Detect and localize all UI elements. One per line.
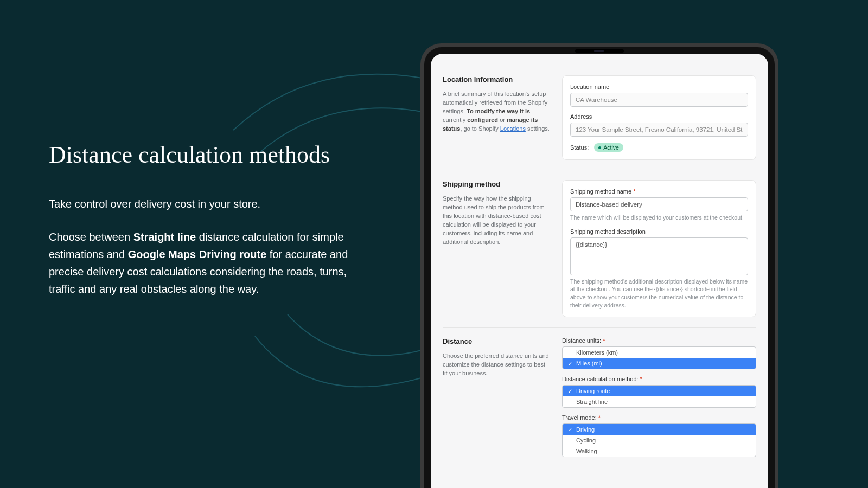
calc-option-straight[interactable]: Straight line xyxy=(563,396,756,407)
tablet-frame: Location information A brief summary of … xyxy=(420,43,778,488)
units-option-mi[interactable]: ✓Miles (mi) xyxy=(563,358,756,369)
location-name-label: Location name xyxy=(570,84,748,90)
location-heading: Location information xyxy=(443,75,551,84)
shipping-heading: Shipping method xyxy=(443,180,551,188)
shipping-name-input[interactable] xyxy=(570,197,748,211)
location-name-input xyxy=(570,93,748,107)
page-body: Choose between Straight line distance ca… xyxy=(49,228,358,298)
location-desc: A brief summary of this location's setup… xyxy=(443,90,551,133)
units-select[interactable]: Kilometers (km) ✓Miles (mi) xyxy=(562,346,756,369)
shipping-desc-hint: The shipping method's additional descrip… xyxy=(570,278,748,310)
address-label: Address xyxy=(570,113,748,120)
status-badge: Active xyxy=(594,143,623,152)
calc-label: Distance calculation method: * xyxy=(562,376,756,382)
units-label: Distance units: * xyxy=(562,337,756,344)
mode-option-cycling[interactable]: Cycling xyxy=(563,435,756,446)
status-label: Status: xyxy=(570,144,589,151)
shipping-desc-label: Shipping method description xyxy=(570,228,748,235)
page-title: Distance calculation methods xyxy=(49,141,358,169)
mode-option-driving[interactable]: ✓Driving xyxy=(563,424,756,435)
calc-option-driving[interactable]: ✓Driving route xyxy=(563,386,756,396)
calc-select[interactable]: ✓Driving route Straight line xyxy=(562,385,756,408)
page-subtitle: Take control over delivery cost in your … xyxy=(49,196,358,212)
locations-link[interactable]: Locations xyxy=(500,125,526,132)
shipping-desc-input[interactable] xyxy=(570,237,748,275)
shipping-desc: Specify the way how the shipping method … xyxy=(443,195,551,247)
tablet-notch xyxy=(575,49,624,53)
address-input xyxy=(570,123,748,137)
shipping-name-hint: The name which will be displayed to your… xyxy=(570,214,748,222)
mode-option-walking[interactable]: Walking xyxy=(563,446,756,457)
mode-select[interactable]: ✓Driving Cycling Walking xyxy=(562,423,756,457)
distance-heading: Distance xyxy=(443,337,551,345)
units-option-km[interactable]: Kilometers (km) xyxy=(563,347,756,358)
shipping-name-label: Shipping method name * xyxy=(570,188,748,195)
app-screen: Location information A brief summary of … xyxy=(431,54,768,488)
mode-label: Travel mode: * xyxy=(562,414,756,421)
distance-desc: Choose the preferred distance units and … xyxy=(443,352,551,378)
